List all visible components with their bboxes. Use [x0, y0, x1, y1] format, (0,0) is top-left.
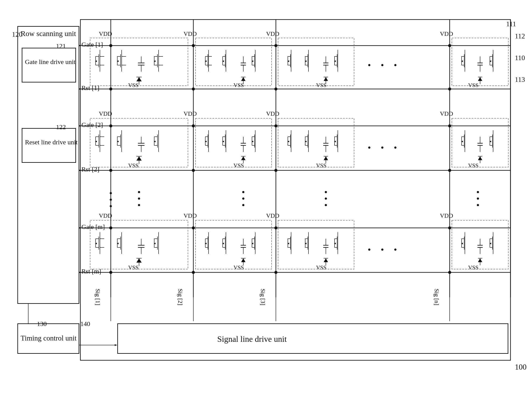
svg-marker-24: [79, 125, 81, 126]
svg-marker-100: [136, 77, 142, 81]
svg-rect-69: [196, 220, 272, 269]
gate1-label: Gate [1]: [81, 41, 103, 48]
vss-r2c1: VSS: [128, 162, 139, 169]
svg-point-396: [325, 191, 327, 193]
svg-marker-247: [334, 141, 336, 142]
vdd-rmc2: VDD: [184, 212, 197, 219]
svg-marker-363: [478, 258, 482, 262]
svg-point-397: [325, 198, 327, 200]
svg-point-57: [192, 271, 195, 274]
svg-marker-237: [305, 141, 307, 142]
svg-marker-302: [205, 243, 207, 244]
svg-marker-23: [79, 88, 81, 90]
svg-marker-151: [334, 60, 336, 62]
chip-id-label: 100: [515, 362, 526, 372]
vss-r1cn: VSS: [468, 82, 479, 88]
vss-r2c2: VSS: [234, 162, 244, 169]
vdd-r1cn: VDD: [440, 30, 453, 37]
svg-marker-344: [324, 258, 328, 262]
vdd-rmcn: VDD: [440, 212, 453, 219]
svg-marker-141: [305, 60, 307, 62]
svg-marker-327: [287, 243, 289, 244]
svg-point-41: [192, 88, 195, 91]
svg-point-55: [448, 226, 451, 229]
gate-line-drive-label: Gate line drive unit: [25, 58, 73, 66]
sig1-label: Sig [1]: [94, 289, 101, 305]
svg-rect-61: [196, 38, 272, 86]
svg-rect-68: [90, 220, 188, 269]
svg-point-59: [448, 271, 451, 274]
svg-marker-362: [489, 243, 491, 244]
svg-marker-275: [95, 243, 97, 244]
vdd-r2cn: VDD: [440, 110, 453, 117]
vdd-r1c3: VDD: [266, 30, 279, 37]
vdd-rmc3: VDD: [266, 212, 279, 219]
svg-point-54: [274, 226, 277, 229]
svg-marker-212: [222, 141, 224, 142]
svg-rect-70: [278, 220, 354, 269]
svg-point-395: [242, 204, 244, 206]
num-112: 112: [515, 32, 525, 40]
svg-point-393: [242, 191, 244, 193]
vss-rmc1: VSS: [128, 264, 139, 271]
svg-marker-343: [334, 243, 336, 244]
svg-marker-85: [117, 60, 119, 62]
svg-marker-352: [461, 243, 463, 244]
vdd-r2c2: VDD: [184, 110, 197, 117]
svg-point-40: [109, 88, 112, 91]
svg-rect-63: [452, 38, 508, 86]
vss-r2c3: VSS: [316, 162, 326, 169]
svg-marker-222: [252, 141, 253, 142]
svg-rect-71: [452, 220, 508, 269]
svg-marker-223: [241, 156, 246, 160]
svg-marker-231: [287, 141, 289, 142]
svg-rect-60: [90, 38, 188, 86]
svg-point-39: [448, 44, 451, 47]
svg-point-388: [381, 248, 383, 251]
svg-point-367: [110, 199, 112, 201]
svg-point-46: [274, 124, 277, 127]
svg-marker-283: [117, 243, 119, 244]
svg-point-387: [368, 248, 370, 251]
vdd-r1c2: VDD: [184, 30, 197, 37]
svg-point-390: [138, 191, 140, 193]
svg-marker-152: [324, 77, 328, 81]
gatem-label: Gate [m]: [81, 223, 105, 230]
svg-point-394: [242, 198, 244, 200]
id-120: 120: [12, 30, 22, 38]
rst2-label: Rst [2]: [81, 166, 100, 173]
svg-point-37: [192, 44, 195, 47]
svg-rect-62: [278, 38, 354, 86]
diagram-container: Row scanning unit 120 Gate line drive un…: [0, 0, 532, 395]
vss-rmcn: VSS: [468, 264, 479, 271]
signal-line-drive-box: [117, 323, 508, 354]
svg-marker-293: [154, 243, 156, 244]
svg-point-368: [110, 205, 112, 207]
vss-r2cn: VSS: [468, 162, 479, 169]
vdd-rmc1: VDD: [99, 212, 112, 219]
svg-point-391: [138, 198, 140, 200]
svg-marker-294: [136, 258, 142, 263]
sign-label: Sig [n]: [433, 289, 440, 305]
svg-point-49: [192, 169, 195, 172]
svg-point-38: [274, 44, 277, 47]
svg-marker-206: [205, 141, 207, 142]
svg-point-381: [368, 64, 370, 66]
svg-point-42: [274, 88, 277, 91]
svg-point-400: [477, 198, 479, 200]
id-140: 140: [80, 320, 90, 328]
svg-marker-333: [305, 243, 307, 244]
svg-marker-179: [95, 141, 97, 142]
svg-point-401: [477, 204, 479, 206]
svg-point-56: [109, 271, 112, 274]
reset-line-drive-label: Reset line drive unit: [25, 138, 73, 146]
svg-rect-67: [452, 118, 508, 167]
svg-marker-116: [222, 60, 224, 62]
svg-rect-0: [80, 20, 510, 360]
vss-rmc2: VSS: [234, 264, 244, 271]
svg-marker-187: [117, 141, 119, 142]
sig2-label: Sig [2]: [177, 289, 184, 305]
svg-point-58: [274, 271, 277, 274]
svg-point-385: [381, 147, 383, 149]
svg-marker-170: [489, 60, 491, 62]
